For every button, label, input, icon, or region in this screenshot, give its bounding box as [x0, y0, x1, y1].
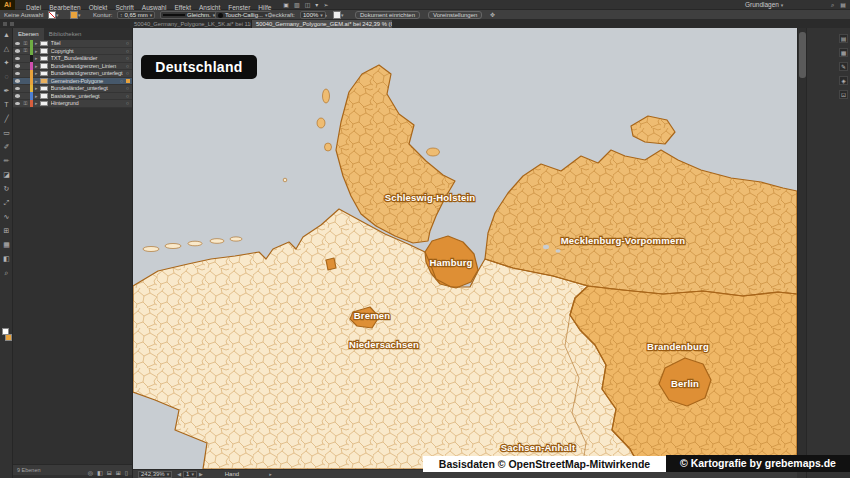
expand-caret-icon[interactable]: ▸ [35, 48, 38, 54]
visibility-eye-icon[interactable] [15, 64, 20, 68]
collapsed-panel-swatches-icon[interactable]: ▦ [839, 48, 848, 57]
collapsed-panel-links-icon[interactable]: ⊡ [839, 90, 848, 99]
zoom-level-select[interactable]: 242,39%▾ [138, 471, 172, 478]
visibility-eye-icon[interactable] [15, 49, 20, 53]
layer-row-9[interactable]: ⚿▸Hintergrund○ [13, 100, 132, 108]
shape-builder-tool[interactable]: ⊞ [0, 224, 13, 238]
rectangle-tool[interactable]: ▭ [0, 126, 13, 140]
layer-name[interactable]: Bundeslandgrenzen_Linien [51, 63, 126, 69]
more-options-chevron[interactable]: › [325, 12, 327, 18]
delete-layer-icon[interactable]: ▯ [125, 470, 128, 476]
expand-caret-icon[interactable]: ▸ [35, 55, 38, 61]
next-artboard-icon[interactable]: ▶ [199, 471, 203, 477]
brush-select[interactable]: Touch-Callig...▾ [215, 11, 271, 19]
expand-caret-icon[interactable]: ▸ [35, 93, 38, 99]
layer-name[interactable]: Hintergrund [51, 100, 126, 106]
visibility-eye-icon[interactable] [15, 79, 20, 83]
share-icon[interactable]: ➢ [323, 0, 328, 10]
arrange-documents-icon[interactable]: ◫ [305, 0, 311, 10]
tab-bibliotheken[interactable]: Bibliotheken [44, 28, 87, 40]
layer-name[interactable]: Bundesländer_unterlegt [51, 85, 126, 91]
direct-selection-tool[interactable]: △ [0, 42, 13, 56]
new-layer-icon[interactable]: ⊞ [116, 470, 121, 476]
lasso-tool[interactable]: ◌ [0, 70, 13, 84]
width-tool[interactable]: ∿ [0, 210, 13, 224]
rotate-tool[interactable]: ↻ [0, 182, 13, 196]
target-circle-icon[interactable]: ○ [126, 63, 129, 69]
pencil-tool[interactable]: ✏ [0, 154, 13, 168]
collapsed-panel-brushes-icon[interactable]: ✎ [839, 62, 848, 71]
target-circle-icon[interactable]: ○ [126, 70, 129, 76]
type-tool[interactable]: T [0, 98, 13, 112]
fill-swatch[interactable]: ▾ [48, 10, 59, 20]
document-tab-active[interactable]: 50040_Germany_Polygone_GEM.ai* bei 242,3… [252, 20, 392, 28]
tab-ebenen[interactable]: Ebenen [13, 28, 44, 40]
style-swatch[interactable]: ▾ [333, 10, 344, 20]
visibility-eye-icon[interactable] [15, 72, 20, 76]
line-tool[interactable]: ╱ [0, 112, 13, 126]
visibility-eye-icon[interactable] [15, 94, 20, 98]
layer-name[interactable]: Bundeslandgrenzen_unterlegt [51, 70, 126, 76]
expand-caret-icon[interactable]: ▸ [35, 70, 38, 76]
panel-menu-icon[interactable]: ▤ [840, 0, 846, 10]
target-circle-icon[interactable]: ○ [120, 78, 123, 84]
search-icon[interactable]: ⌕ [831, 0, 834, 10]
document-tab-inactive[interactable]: 50040_Germany_Polygone_LK_5K.ai* bei 110… [130, 20, 252, 28]
make-mask-icon[interactable]: ◧ [97, 470, 103, 476]
lock-icon[interactable]: ⚿ [22, 40, 29, 47]
stepper-icon[interactable]: ↕ [120, 12, 123, 18]
collapsed-panel-symbols-icon[interactable]: ◈ [839, 76, 848, 85]
dock-expand-icon[interactable] [10, 22, 14, 26]
collapsed-panel-color-icon[interactable]: ▤ [839, 34, 848, 43]
fill-stroke-swatches[interactable] [2, 328, 12, 342]
stroke-swatch[interactable]: ▾ [70, 10, 81, 20]
target-circle-icon[interactable]: ○ [126, 55, 129, 61]
preferences-button[interactable]: Voreinstellungen [428, 11, 482, 19]
gradient-tool[interactable]: ◧ [0, 252, 13, 266]
lock-icon[interactable]: ⚿ [22, 47, 29, 54]
target-circle-icon[interactable]: ○ [126, 85, 129, 91]
expand-caret-icon[interactable]: ▸ [35, 40, 38, 46]
new-sublayer-icon[interactable]: ⊟ [107, 470, 112, 476]
stroke-proxy-icon[interactable] [5, 334, 12, 341]
selection-tool[interactable]: ▲ [0, 28, 13, 42]
target-circle-icon[interactable]: ○ [126, 48, 129, 54]
visibility-eye-icon[interactable] [15, 87, 20, 91]
stroke-profile-select[interactable]: Gleichm.▾ [160, 11, 218, 19]
target-circle-icon[interactable]: ○ [126, 40, 129, 46]
artboard-canvas[interactable]: Schleswig-Holstein Mecklenburg-Vorpommer… [133, 28, 797, 469]
magic-wand-tool[interactable]: ✦ [0, 56, 13, 70]
visibility-eye-icon[interactable] [15, 42, 20, 46]
layer-name[interactable]: Titel [51, 40, 126, 46]
workspace-switcher[interactable]: Grundlagen ▾ [745, 0, 783, 10]
expand-caret-icon[interactable]: ▸ [35, 78, 38, 84]
dock-collapse-icon[interactable] [3, 22, 7, 26]
prev-artboard-icon[interactable]: ◀ [177, 471, 181, 477]
bridge-icon[interactable]: ▣ [283, 0, 289, 10]
vertical-scrollbar[interactable] [797, 28, 806, 469]
expand-caret-icon[interactable]: ▸ [35, 85, 38, 91]
layer-name[interactable]: TXT_Bundesländer [51, 55, 126, 61]
expand-caret-icon[interactable]: ▸ [35, 100, 38, 106]
locate-object-icon[interactable]: ◎ [88, 470, 93, 476]
status-menu-icon[interactable]: ▸ [269, 471, 272, 477]
target-circle-icon[interactable]: ○ [126, 93, 129, 99]
layer-name[interactable]: Copyright [51, 48, 126, 54]
target-circle-icon[interactable]: ○ [126, 100, 129, 106]
scrollbar-thumb[interactable] [799, 32, 806, 78]
visibility-eye-icon[interactable] [15, 57, 20, 61]
eraser-tool[interactable]: ◪ [0, 168, 13, 182]
artboard-number-select[interactable]: 1▾ [183, 471, 197, 478]
stock-icon[interactable]: ▥ [294, 0, 300, 10]
arrange-caret-icon[interactable]: ▾ [315, 0, 318, 10]
touch-workspace-icon[interactable]: ✥ [490, 10, 495, 20]
stroke-weight-input[interactable]: ↕0,65 mm▾ [117, 11, 155, 19]
scale-tool[interactable]: ⤢ [0, 196, 13, 210]
document-setup-button[interactable]: Dokument einrichten [355, 11, 420, 19]
visibility-eye-icon[interactable] [15, 102, 20, 106]
layer-name[interactable]: Basiskarte_unterlegt [51, 93, 126, 99]
pen-tool[interactable]: ✒ [0, 84, 13, 98]
paintbrush-tool[interactable]: ✐ [0, 140, 13, 154]
mesh-tool[interactable]: ▦ [0, 238, 13, 252]
opacity-input[interactable]: 100%▾ [300, 11, 326, 19]
